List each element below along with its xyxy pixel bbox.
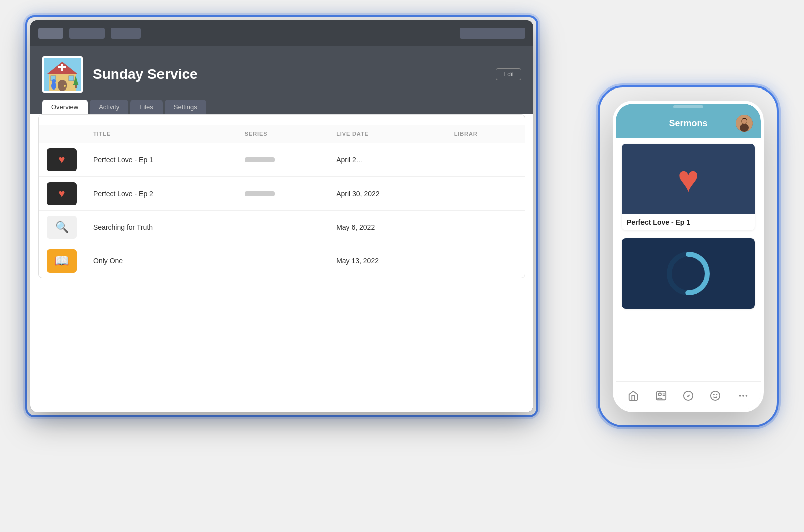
- app-main: TITLE SERIES LIVE DATE LIBRAR ♥: [30, 114, 533, 412]
- tab-settings[interactable]: Settings: [165, 100, 206, 114]
- tab-activity[interactable]: Activity: [90, 100, 128, 114]
- svg-point-25: [711, 391, 720, 400]
- row-title-cell: Perfect Love - Ep 1: [85, 143, 236, 177]
- big-heart-icon: ♥: [678, 161, 699, 197]
- tab-overview[interactable]: Overview: [42, 100, 88, 114]
- card-title-1: Perfect Love - Ep 1: [622, 214, 755, 230]
- row-series-cell: [236, 211, 328, 244]
- svg-point-30: [745, 395, 747, 397]
- svg-point-21: [658, 393, 661, 396]
- row-title-cell: Only One: [85, 244, 236, 278]
- phone-mockup: Sermons ♥ Perfect Love - E: [613, 101, 764, 412]
- row-series-cell: [236, 244, 328, 278]
- browser-toolbar: [30, 20, 533, 46]
- nav-more[interactable]: [734, 386, 753, 405]
- search-icon: 🔍: [55, 221, 69, 234]
- col-live-date: LIVE DATE: [328, 125, 446, 143]
- nav-smiley[interactable]: [706, 386, 725, 405]
- table-row[interactable]: ♥ Perfect Love - Ep 1 April 2…: [39, 143, 525, 177]
- row-library-cell: [446, 177, 525, 211]
- row-thumb-cell: 📖: [39, 244, 85, 278]
- table-row[interactable]: ♥ Perfect Love - Ep 2 April 30, 2022: [39, 177, 525, 211]
- svg-rect-8: [58, 66, 66, 68]
- row-library-cell: [446, 211, 525, 244]
- arc-svg: [663, 248, 713, 299]
- phone-title: Sermons: [641, 118, 736, 129]
- phone-inner: Sermons ♥ Perfect Love - E: [616, 104, 761, 409]
- col-title: TITLE: [85, 125, 236, 143]
- svg-point-16: [740, 124, 749, 132]
- browser-tab-3[interactable]: [111, 28, 141, 39]
- phone-notch: [673, 105, 703, 108]
- svg-point-4: [64, 85, 66, 87]
- phone-status-bar: [616, 104, 761, 110]
- church-logo: [42, 56, 83, 93]
- row-thumbnail: ♥: [47, 182, 77, 205]
- table-header-row: TITLE SERIES LIVE DATE LIBRAR: [39, 125, 525, 143]
- col-series: SERIES: [236, 125, 328, 143]
- svg-rect-6: [69, 76, 74, 81]
- content-table: TITLE SERIES LIVE DATE LIBRAR ♥: [39, 125, 525, 278]
- table-wrapper: TITLE SERIES LIVE DATE LIBRAR ♥: [38, 114, 525, 278]
- heart-icon: ♥: [58, 153, 65, 166]
- row-thumbnail: 🔍: [47, 216, 77, 239]
- row-date-cell: May 6, 2022: [328, 211, 446, 244]
- tab-files[interactable]: Files: [130, 100, 162, 114]
- row-title-cell: Perfect Love - Ep 2: [85, 177, 236, 211]
- row-thumbnail: 📖: [47, 249, 77, 273]
- row-library-cell: [446, 143, 525, 177]
- heart-icon: ♥: [58, 187, 65, 200]
- svg-point-13: [51, 82, 56, 90]
- avatar-svg: [736, 115, 753, 132]
- series-pill: [245, 157, 275, 162]
- phone-card-2[interactable]: [622, 238, 755, 309]
- page-title: Sunday Service: [93, 66, 198, 82]
- nav-person[interactable]: [652, 386, 671, 405]
- church-logo-svg: [44, 58, 81, 91]
- nav-check[interactable]: [679, 386, 698, 405]
- phone-nav: [616, 381, 761, 409]
- row-date-cell: May 13, 2022: [328, 244, 446, 278]
- row-thumbnail: ♥: [47, 148, 77, 171]
- table-row[interactable]: 🔍 Searching for Truth May 6, 2022: [39, 211, 525, 244]
- row-thumb-cell: 🔍: [39, 211, 85, 244]
- series-pill: [245, 191, 275, 196]
- browser-tab-1[interactable]: [38, 28, 63, 39]
- row-library-cell: [446, 244, 525, 278]
- table-container: TITLE SERIES LIVE DATE LIBRAR ♥: [30, 114, 533, 412]
- book-icon: 📖: [54, 254, 69, 268]
- card-image-2: [622, 238, 755, 309]
- svg-point-28: [739, 395, 741, 397]
- row-series-cell: [236, 143, 328, 177]
- row-thumb-cell: ♥: [39, 143, 85, 177]
- browser-tab-2[interactable]: [69, 28, 105, 39]
- row-thumb-cell: ♥: [39, 177, 85, 211]
- address-bar[interactable]: [460, 28, 525, 39]
- row-date-cell: April 2…: [328, 143, 446, 177]
- svg-point-17: [742, 119, 747, 124]
- phone-card-1[interactable]: ♥ Perfect Love - Ep 1: [622, 144, 755, 230]
- col-thumb: [39, 125, 85, 143]
- table-row[interactable]: 📖 Only One May 13, 2022: [39, 244, 525, 278]
- app-header: Sunday Service Edit: [30, 46, 533, 93]
- edit-button[interactable]: Edit: [496, 68, 521, 80]
- user-avatar[interactable]: [736, 115, 753, 132]
- row-series-cell: [236, 177, 328, 211]
- browser-window: Sunday Service Edit Overview Activity Fi…: [30, 20, 533, 412]
- col-library: LIBRAR: [446, 125, 525, 143]
- row-title-cell: Searching for Truth: [85, 211, 236, 244]
- app-tabs: Overview Activity Files Settings: [30, 93, 533, 114]
- svg-rect-11: [75, 85, 77, 88]
- phone-header: Sermons: [616, 110, 761, 138]
- nav-home[interactable]: [624, 386, 643, 405]
- row-date-cell: April 30, 2022: [328, 177, 446, 211]
- phone-content[interactable]: ♥ Perfect Love - Ep 1: [616, 138, 761, 381]
- card-image-1: ♥: [622, 144, 755, 214]
- header-right: Edit: [496, 68, 521, 80]
- svg-point-29: [742, 395, 744, 397]
